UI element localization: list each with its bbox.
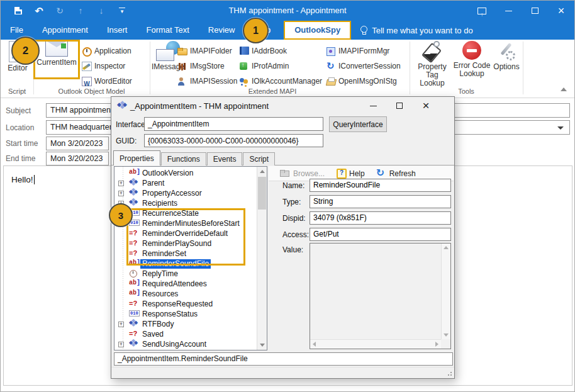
inspector-label: Inspector: [94, 62, 125, 70]
refresh-button[interactable]: Refresh: [376, 169, 416, 178]
start-time-field[interactable]: Mon 3/20/2023: [46, 137, 109, 150]
dialog-title-bar[interactable]: _AppointmentItem - THM appointment: [111, 97, 454, 116]
tree-item-reminderset[interactable]: ReminderSet: [114, 249, 267, 259]
iprofadmin-label: IProfAdmin: [252, 62, 289, 70]
tree-item-parent[interactable]: +Parent: [114, 178, 267, 188]
dispid-field[interactable]: 34079 (0x851F): [310, 211, 451, 225]
current-item-button[interactable]: CurrentItem: [36, 41, 77, 67]
ribbon-tab-outlookspy[interactable]: OutlookSpy: [284, 21, 351, 40]
expand-plus-icon[interactable]: +: [118, 191, 124, 196]
ribbon-button-property-tag-lookup[interactable]: PropertyTag Lookup: [413, 41, 451, 87]
ribbon-button-iolkaccountmanager[interactable]: IOlkAccountManager: [239, 75, 322, 87]
scroll-up-icon[interactable]: [444, 246, 449, 249]
annotation-circle-2: 2: [11, 36, 40, 65]
tree-item-saved[interactable]: Saved: [114, 329, 267, 339]
value-horizontal-scrollbar[interactable]: [310, 339, 441, 349]
ribbon-button-openimsgonistg[interactable]: OpenIMsgOnIStg: [326, 75, 397, 87]
current-item-label: CurrentItem: [36, 59, 76, 67]
tree-item-recipients[interactable]: +Recipients: [114, 198, 267, 208]
expand-plus-icon[interactable]: +: [118, 181, 124, 186]
expand-plus-icon[interactable]: +: [118, 342, 124, 347]
name-field[interactable]: ReminderSoundFile: [310, 179, 451, 192]
tree-item-rtfbody[interactable]: +RTFBody: [114, 319, 267, 329]
value-vertical-scrollbar[interactable]: [441, 244, 450, 339]
tree-item-resources[interactable]: Resources: [114, 289, 267, 299]
iolkaccountmanager-label: IOlkAccountManager: [252, 77, 322, 86]
ribbon-button-inspector[interactable]: Inspector: [82, 60, 125, 72]
tell-me-box[interactable]: Tell me what you want to do: [360, 21, 472, 40]
scroll-left-icon[interactable]: [313, 342, 316, 347]
dialog-maximize-button[interactable]: [386, 97, 413, 115]
ribbon-tab-appointment[interactable]: Appointment: [33, 21, 98, 40]
ribbon-tab-review[interactable]: Review: [199, 21, 245, 40]
guid-label: GUID:: [116, 137, 137, 145]
ribbon-button-error-code-lookup[interactable]: Error CodeLookup: [452, 41, 491, 78]
object-icon: [129, 340, 140, 349]
tree-item-recurrencestate[interactable]: RecurrenceState: [114, 208, 267, 218]
location-dropdown-icon[interactable]: [557, 126, 564, 130]
tree-scrollbar[interactable]: [257, 167, 267, 350]
resize-grip[interactable]: [446, 370, 452, 376]
tab-properties[interactable]: Properties: [113, 150, 160, 165]
tree-item-sensitivity[interactable]: Sensitivity: [114, 349, 267, 350]
tree-item-label: ReminderPlaySound: [140, 239, 213, 249]
help-button[interactable]: Help: [336, 169, 365, 178]
tree-item-responsestatus[interactable]: ResponseStatus: [114, 309, 267, 319]
ribbon-button-imapiformmgr[interactable]: IMAPIFormMgr: [326, 45, 389, 57]
ribbon-button-imsgstore[interactable]: IMsgStore: [177, 60, 225, 72]
tree-item-reminderminutesbeforestart[interactable]: ReminderMinutesBeforeStart: [114, 218, 267, 228]
ribbon-button-iprofadmin[interactable]: IProfAdmin: [239, 60, 289, 72]
tree-item-sendusingaccount[interactable]: +SendUsingAccount: [114, 339, 267, 349]
tree-item-remindersoundfile[interactable]: ReminderSoundFile: [114, 259, 267, 269]
type-field[interactable]: String: [310, 195, 451, 208]
object-icon: [129, 189, 140, 198]
string-icon: [129, 289, 140, 298]
ribbon-button-iaddrbook[interactable]: IAddrBook: [239, 45, 287, 57]
ribbon-tab-insert[interactable]: Insert: [98, 21, 137, 40]
minimize-button[interactable]: [495, 1, 522, 21]
ribbon-button-iconvertersession[interactable]: IConverterSession: [326, 60, 401, 72]
collapse-ribbon-icon[interactable]: [561, 87, 567, 91]
close-button[interactable]: [548, 1, 574, 21]
browse-button[interactable]: Browse...: [280, 169, 325, 178]
end-time-field[interactable]: Mon 3/20/2023: [46, 152, 109, 165]
scroll-up-icon[interactable]: [260, 170, 265, 173]
scroll-down-icon[interactable]: [444, 333, 449, 337]
ribbon-button-imapifolder[interactable]: IMAPIFolder: [177, 45, 232, 57]
scroll-down-icon[interactable]: [260, 344, 265, 347]
guid-field[interactable]: {00063033-0000-0000-C000-000000000046}: [144, 134, 323, 147]
tree-item-responserequested[interactable]: ResponseRequested: [114, 299, 267, 309]
access-field[interactable]: Get/Put: [310, 228, 451, 241]
tree-item-propertyaccessor[interactable]: +PropertyAccessor: [114, 188, 267, 198]
maximize-icon: [532, 8, 539, 14]
dialog-close-button[interactable]: [413, 97, 439, 115]
outlook-window: THM appointment - Appointment FileAppoin…: [0, 0, 575, 392]
tree-item-label: Resources: [140, 289, 180, 299]
close-icon: [558, 4, 565, 18]
ribbon-display-options-button[interactable]: [469, 1, 495, 21]
property-row-dispid: Dispid:34079 (0x851F): [282, 211, 451, 228]
tree-item-reminderplaysound[interactable]: ReminderPlaySound: [114, 238, 267, 249]
tree-item-reminderoverridedefault[interactable]: ReminderOverrideDefault: [114, 228, 267, 238]
tree-item-outlookversion[interactable]: OutlookVersion: [114, 168, 267, 178]
ribbon-tab-format-text[interactable]: Format Text: [137, 21, 198, 40]
tree-item-requiredattendees[interactable]: RequiredAttendees: [114, 279, 267, 289]
ribbon-button-imapisession[interactable]: IMAPISession: [177, 75, 237, 87]
ribbon-button-application[interactable]: Application: [82, 45, 131, 57]
ribbon-display-options-icon: [477, 8, 486, 14]
tab-script[interactable]: Script: [243, 152, 275, 165]
tree-item-replytime[interactable]: ReplyTime: [114, 269, 267, 279]
tab-functions[interactable]: Functions: [161, 152, 206, 165]
tab-events[interactable]: Events: [207, 152, 243, 165]
scroll-right-icon[interactable]: [435, 342, 438, 347]
expand-plus-icon[interactable]: +: [118, 322, 124, 327]
maximize-button[interactable]: [522, 1, 548, 21]
ribbon-button-wordeditor[interactable]: WordEditor: [82, 75, 132, 87]
group-separator: [150, 42, 150, 94]
query-interface-button[interactable]: QueryInterface: [329, 116, 387, 132]
interface-field[interactable]: _AppointmentItem: [144, 117, 323, 131]
dialog-minimize-button[interactable]: [360, 97, 386, 115]
ribbon-button-options[interactable]: Options: [492, 41, 521, 71]
group-label-tools: Tools: [410, 87, 523, 96]
scroll-thumb[interactable]: [258, 177, 266, 210]
